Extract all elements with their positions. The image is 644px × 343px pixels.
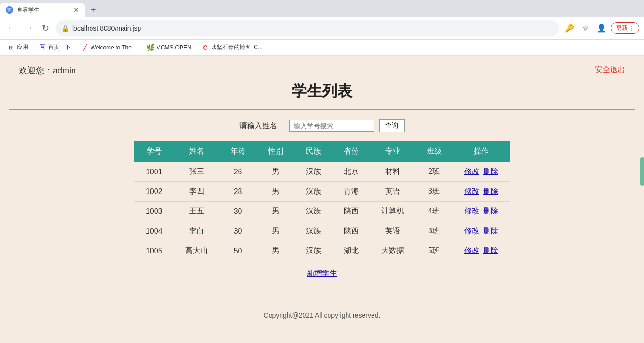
cell-id: 1002 xyxy=(134,182,174,202)
table-header-row: 学号 姓名 年龄 性别 民族 省份 专业 班级 操作 xyxy=(134,141,510,162)
cell-name: 李白 xyxy=(174,221,219,241)
new-tab-button[interactable]: + xyxy=(85,3,102,17)
col-header-action: 操作 xyxy=(453,141,510,162)
cell-name: 张三 xyxy=(174,162,219,182)
cell-ethnicity: 汉族 xyxy=(295,162,332,182)
welcome-text: 欢迎您：admin xyxy=(19,65,76,76)
cell-province: 陕西 xyxy=(332,221,370,241)
address-bar[interactable]: 🔒 xyxy=(56,20,559,36)
modify-link[interactable]: 修改 xyxy=(464,246,479,254)
tab-close-button[interactable]: ✕ xyxy=(74,7,79,13)
modify-link[interactable]: 修改 xyxy=(464,227,479,235)
cell-class: 3班 xyxy=(415,182,453,202)
mcms-icon: 🌿 xyxy=(147,44,154,51)
tab-favicon: 学 xyxy=(6,6,13,14)
cell-ethnicity: 汉族 xyxy=(295,202,332,221)
reload-button[interactable]: ↻ xyxy=(39,22,52,35)
cell-major: 材料 xyxy=(370,162,415,182)
cell-class: 5班 xyxy=(415,241,453,261)
cell-name: 王五 xyxy=(174,202,219,221)
search-input[interactable] xyxy=(289,120,374,132)
page-content: 欢迎您：admin 安全退出 学生列表 请输入姓名： 查询 学号 姓名 年龄 性… xyxy=(0,56,644,343)
delete-link[interactable]: 删除 xyxy=(483,246,498,254)
cell-name: 李四 xyxy=(174,182,219,202)
page-footer: Copyright@2021 All copyright reserved. xyxy=(0,283,644,328)
back-button[interactable]: ← xyxy=(5,22,18,35)
scrollbar-indicator[interactable] xyxy=(640,157,644,186)
cell-major: 英语 xyxy=(370,221,415,241)
password-icon[interactable]: 🔑 xyxy=(563,22,576,35)
bookmark-blog[interactable]: C 水坚石青的博客_C... xyxy=(199,42,265,52)
cell-age: 28 xyxy=(219,182,257,202)
cell-id: 1004 xyxy=(134,221,174,241)
cell-gender: 男 xyxy=(257,241,295,261)
active-tab[interactable]: 学 查看学生 ✕ xyxy=(0,3,85,17)
cell-class: 4班 xyxy=(415,202,453,221)
cell-action: 修改 删除 xyxy=(453,241,510,261)
cell-age: 26 xyxy=(219,162,257,182)
modify-link[interactable]: 修改 xyxy=(464,187,479,195)
cell-age: 30 xyxy=(219,202,257,221)
cell-province: 陕西 xyxy=(332,202,370,221)
cell-province: 湖北 xyxy=(332,241,370,261)
cell-major: 大数据 xyxy=(370,241,415,261)
table-wrapper: 学号 姓名 年龄 性别 民族 省份 专业 班级 操作 1001 张三 26 男 … xyxy=(0,141,644,261)
col-header-id: 学号 xyxy=(134,141,174,162)
col-header-name: 姓名 xyxy=(174,141,219,162)
delete-link[interactable]: 删除 xyxy=(483,227,498,235)
add-link-section: 新增学生 xyxy=(0,261,644,283)
forward-button[interactable]: → xyxy=(22,22,35,35)
browser-toolbar: ← → ↻ 🔒 🔑 ☆ 👤 更新 ⋮ xyxy=(0,17,644,40)
cell-gender: 男 xyxy=(257,202,295,221)
bookmark-welcome[interactable]: ╱ Welcome to The... xyxy=(78,43,139,52)
col-header-major: 专业 xyxy=(370,141,415,162)
bookmarks-bar: ⊞ 应用 百 百度一下 ╱ Welcome to The... 🌿 MCMS-O… xyxy=(0,40,644,56)
cell-id: 1003 xyxy=(134,202,174,221)
add-student-link[interactable]: 新增学生 xyxy=(307,269,337,277)
cell-gender: 男 xyxy=(257,162,295,182)
delete-link[interactable]: 删除 xyxy=(483,167,498,175)
baidu-icon: 百 xyxy=(39,44,46,51)
bookmark-icon[interactable]: ☆ xyxy=(579,22,592,35)
search-section: 请输入姓名： 查询 xyxy=(0,110,644,141)
table-row: 1004 李白 30 男 汉族 陕西 英语 3班 修改 删除 xyxy=(134,221,510,241)
delete-link[interactable]: 删除 xyxy=(483,187,498,195)
cell-action: 修改 删除 xyxy=(453,221,510,241)
bookmark-baidu-label: 百度一下 xyxy=(48,43,71,51)
cell-ethnicity: 汉族 xyxy=(295,221,332,241)
welcome-icon: ╱ xyxy=(81,44,89,51)
update-button[interactable]: 更新 ⋮ xyxy=(611,22,639,34)
cell-id: 1005 xyxy=(134,241,174,261)
cell-action: 修改 删除 xyxy=(453,162,510,182)
cell-gender: 男 xyxy=(257,221,295,241)
bookmark-blog-label: 水坚石青的博客_C... xyxy=(211,43,263,51)
bookmark-mcms[interactable]: 🌿 MCMS-OPEN xyxy=(144,43,194,52)
page-header: 欢迎您：admin 安全退出 xyxy=(0,56,644,81)
modify-link[interactable]: 修改 xyxy=(464,207,479,215)
col-header-age: 年龄 xyxy=(219,141,257,162)
logout-link[interactable]: 安全退出 xyxy=(595,65,625,75)
cell-gender: 男 xyxy=(257,182,295,202)
cell-action: 修改 删除 xyxy=(453,202,510,221)
bookmark-apps-label: 应用 xyxy=(17,43,28,51)
cell-province: 北京 xyxy=(332,162,370,182)
col-header-ethnicity: 民族 xyxy=(295,141,332,162)
search-button[interactable]: 查询 xyxy=(379,119,405,132)
profile-icon[interactable]: 👤 xyxy=(595,22,608,35)
cell-class: 2班 xyxy=(415,162,453,182)
bookmark-apps[interactable]: ⊞ 应用 xyxy=(5,42,31,52)
bookmark-baidu[interactable]: 百 百度一下 xyxy=(36,42,74,52)
modify-link[interactable]: 修改 xyxy=(464,167,479,175)
cell-age: 50 xyxy=(219,241,257,261)
tab-title: 查看学生 xyxy=(17,6,70,14)
search-label: 请输入姓名： xyxy=(239,121,285,131)
browser-chrome: 学 查看学生 ✕ + ← → ↻ 🔒 🔑 ☆ 👤 更新 ⋮ ⊞ 应用 百 xyxy=(0,0,644,56)
delete-link[interactable]: 删除 xyxy=(483,207,498,215)
col-header-gender: 性别 xyxy=(257,141,295,162)
address-input[interactable] xyxy=(72,24,553,32)
bookmark-welcome-label: Welcome to The... xyxy=(91,44,136,51)
table-row: 1003 王五 30 男 汉族 陕西 计算机 4班 修改 删除 xyxy=(134,202,510,221)
students-table: 学号 姓名 年龄 性别 民族 省份 专业 班级 操作 1001 张三 26 男 … xyxy=(134,141,510,261)
cell-ethnicity: 汉族 xyxy=(295,241,332,261)
col-header-province: 省份 xyxy=(332,141,370,162)
